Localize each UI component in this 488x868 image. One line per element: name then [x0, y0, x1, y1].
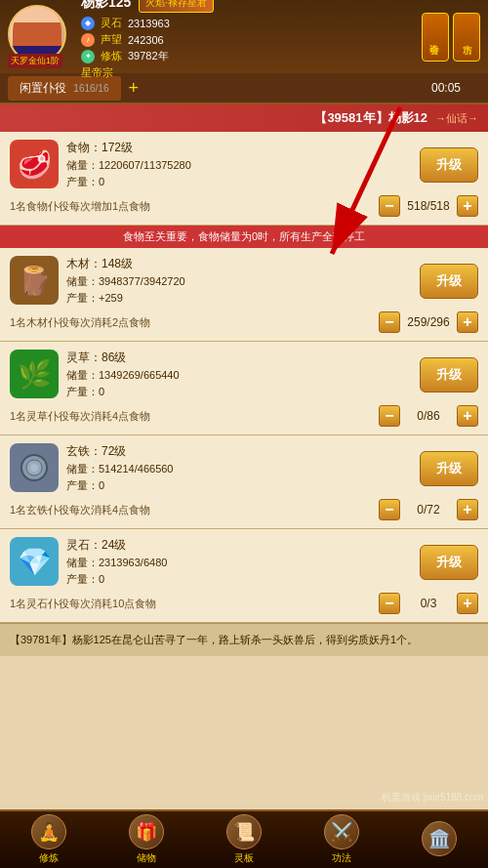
resource-wood-header: 🪵 木材：148级 储量：3948377/3942720 产量：+259 升级	[10, 256, 478, 306]
stone-icon: 💎	[10, 537, 59, 586]
title-badge: 火焰·禄存星君	[139, 0, 214, 13]
nav-cultivate-label: 修炼	[39, 851, 59, 865]
resource-food-header: 🥩 食物：172级 储量：1220607/11375280 产量：0 升级	[10, 140, 478, 189]
nav-hall-icon: 🏛️	[422, 821, 457, 856]
food-storage: 储量：1220607/11375280	[66, 158, 412, 173]
stone-qty-minus[interactable]: −	[379, 593, 400, 614]
herb-worker-desc: 1名灵草仆役每次消耗4点食物	[10, 409, 379, 424]
stone-name-level: 灵石：24级	[66, 537, 412, 554]
gem-row: ◆ 灵石 2313963	[81, 16, 422, 30]
nav-board[interactable]: 📜 灵板	[226, 814, 262, 865]
wood-qty-control: − 259/296 +	[379, 311, 478, 333]
iron-qty-minus[interactable]: −	[379, 499, 400, 520]
herb-qty-control: − 0/86 +	[379, 405, 478, 427]
resource-food: 🥩 食物：172级 储量：1220607/11375280 产量：0 升级 1名…	[0, 132, 488, 226]
nav-hall[interactable]: 🏛️	[422, 821, 457, 858]
herb-storage: 储量：1349269/665440	[66, 368, 412, 383]
log-bar: 【39781年】杨影125在昆仑山苦寻了一年，路上斩杀一头妖兽后，得到劣质妖丹1…	[0, 623, 488, 656]
food-upgrade-button[interactable]: 升级	[420, 147, 478, 183]
voice-icon: ♪	[81, 33, 95, 47]
stone-storage: 储量：2313963/6480	[66, 556, 412, 570]
iron-name-level: 玄铁：72级	[66, 443, 412, 460]
stone-upgrade-button[interactable]: 升级	[420, 545, 478, 580]
iron-upgrade-button[interactable]: 升级	[420, 451, 478, 486]
nav-storage-label: 储物	[137, 851, 156, 865]
notif-hint: →仙话→	[435, 111, 478, 126]
voice-row: ♪ 声望 242306	[81, 32, 422, 47]
voice-value: 242306	[128, 34, 164, 46]
tab-add-button[interactable]: +	[129, 78, 140, 99]
avatar-level: 天罗金仙1阶	[8, 54, 62, 68]
wood-details: 木材：148级 储量：3948377/3942720 产量：+259	[66, 256, 412, 306]
food-qty-control: − 518/518 +	[379, 195, 478, 217]
notification-bar[interactable]: 【39581年】杨影12 →仙话→	[0, 104, 488, 132]
nav-cultivate[interactable]: 🧘 修炼	[31, 814, 66, 865]
voice-label: 声望	[101, 32, 122, 47]
herb-details: 灵草：86级 储量：1349269/665440 产量：0	[66, 350, 412, 399]
resource-iron-header: 玄铁：72级 储量：514214/466560 产量：0 升级	[10, 443, 478, 493]
nav-storage[interactable]: 🎁 储物	[129, 814, 164, 865]
sect-name: 星帝宗	[81, 65, 422, 80]
watermark: 机蛋游戏 jixie5188.com	[382, 791, 483, 805]
nav-storage-icon: 🎁	[129, 814, 164, 849]
food-qty-minus[interactable]: −	[379, 195, 400, 217]
stone-qty-value: 0/3	[404, 597, 453, 610]
top-right-buttons: 奇珍会 坊市	[422, 13, 480, 62]
nav-skills-icon: ⚔️	[324, 814, 359, 849]
food-qty-plus[interactable]: +	[457, 195, 478, 217]
nav-skills[interactable]: ⚔️ 功法	[324, 814, 359, 865]
food-warning-bar: 食物至关重要，食物储量为0时，所有生产全部停工	[0, 226, 488, 248]
nav-skills-label: 功法	[332, 851, 351, 865]
iron-qty-control: − 0/72 +	[379, 499, 478, 520]
notification-text: 【39581年】杨影12	[314, 109, 427, 127]
wood-qty-minus[interactable]: −	[379, 311, 400, 333]
cultivate-icon: ✦	[81, 50, 95, 63]
wood-qty-plus[interactable]: +	[457, 311, 478, 333]
resource-wood: 🪵 木材：148级 储量：3948377/3942720 产量：+259 升级 …	[0, 248, 488, 342]
char-name-row: 杨影125 火焰·禄存星君	[81, 0, 422, 13]
herb-icon: 🌿	[10, 350, 59, 398]
food-worker-desc: 1名食物仆役每次增加1点食物	[10, 199, 379, 214]
food-name-level: 食物：172级	[66, 140, 412, 156]
qi-zhen-button[interactable]: 奇珍会	[422, 13, 449, 62]
header-info: 杨影125 火焰·禄存星君 ◆ 灵石 2313963 ♪ 声望 242306 ✦…	[76, 0, 422, 80]
svg-point-4	[30, 464, 38, 472]
main-content: 🥩 食物：172级 储量：1220607/11375280 产量：0 升级 1名…	[0, 132, 488, 809]
wood-worker-desc: 1名木材仆役每次消耗2点食物	[10, 315, 379, 330]
herb-footer: 1名灵草仆役每次消耗4点食物 − 0/86 +	[10, 405, 478, 427]
food-footer: 1名食物仆役每次增加1点食物 − 518/518 +	[10, 195, 478, 217]
cultivate-value: 39782年	[128, 49, 169, 63]
stone-details: 灵石：24级 储量：2313963/6480 产量：0	[66, 537, 412, 587]
nav-board-icon: 📜	[226, 814, 262, 849]
stone-worker-desc: 1名灵石仆役每次消耗10点食物	[10, 597, 379, 611]
herb-production: 产量：0	[66, 385, 412, 399]
avatar-area: 天罗金仙1阶	[8, 5, 76, 68]
iron-storage: 储量：514214/466560	[66, 462, 412, 476]
iron-qty-value: 0/72	[404, 503, 453, 517]
herb-upgrade-button[interactable]: 升级	[420, 357, 478, 393]
wood-qty-value: 259/296	[404, 315, 453, 329]
gem-value: 2313963	[128, 18, 170, 29]
herb-qty-plus[interactable]: +	[457, 405, 478, 427]
char-name: 杨影125	[81, 0, 131, 12]
iron-production: 产量：0	[66, 478, 412, 493]
iron-icon	[10, 443, 59, 492]
stone-qty-plus[interactable]: +	[457, 593, 478, 614]
stone-production: 产量：0	[66, 572, 412, 587]
iron-footer: 1名玄铁仆役每次消耗4点食物 − 0/72 +	[10, 499, 478, 520]
resource-herb: 🌿 灵草：86级 储量：1349269/665440 产量：0 升级 1名灵草仆…	[0, 342, 488, 435]
resource-herb-header: 🌿 灵草：86级 储量：1349269/665440 产量：0 升级	[10, 350, 478, 399]
nav-board-label: 灵板	[234, 851, 254, 865]
stone-qty-control: − 0/3 +	[379, 593, 478, 614]
iron-qty-plus[interactable]: +	[457, 499, 478, 520]
herb-qty-minus[interactable]: −	[379, 405, 400, 427]
nav-cultivate-icon: 🧘	[31, 814, 66, 849]
stone-footer: 1名灵石仆役每次消耗10点食物 − 0/3 +	[10, 593, 478, 614]
log-text: 【39781年】杨影125在昆仑山苦寻了一年，路上斩杀一头妖兽后，得到劣质妖丹1…	[10, 632, 478, 648]
food-icon: 🥩	[10, 140, 59, 188]
wood-upgrade-button[interactable]: 升级	[420, 264, 478, 299]
food-details: 食物：172级 储量：1220607/11375280 产量：0	[66, 140, 412, 189]
fang-button[interactable]: 坊市	[453, 13, 480, 62]
cultivate-row: ✦ 修炼 39782年	[81, 49, 422, 63]
tab-timer: 00:05	[431, 81, 461, 95]
